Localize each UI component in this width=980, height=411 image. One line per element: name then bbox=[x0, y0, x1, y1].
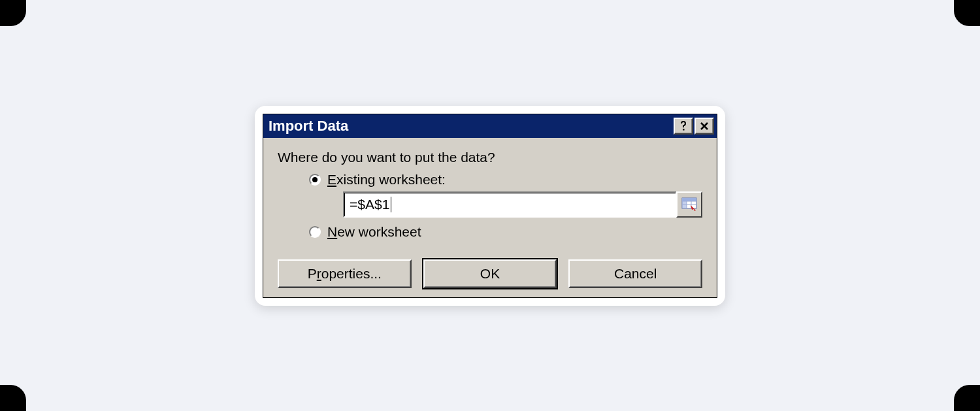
button-row: Properties... OK Cancel bbox=[278, 259, 702, 288]
dialog-frame: Import Data Where do you want to put the… bbox=[255, 106, 725, 306]
properties-button[interactable]: Properties... bbox=[278, 259, 412, 288]
close-icon bbox=[700, 122, 709, 131]
prompt-text: Where do you want to put the data? bbox=[278, 150, 702, 165]
text-cursor bbox=[391, 197, 391, 212]
radio-label: Existing worksheet: bbox=[327, 172, 446, 188]
cell-reference-value: =$A$1 bbox=[350, 197, 389, 212]
close-button[interactable] bbox=[694, 118, 714, 135]
titlebar[interactable]: Import Data bbox=[263, 114, 717, 138]
radio-label: New worksheet bbox=[327, 224, 421, 240]
help-icon bbox=[679, 120, 688, 132]
spreadsheet-range-icon bbox=[681, 197, 697, 212]
ok-button[interactable]: OK bbox=[423, 259, 557, 288]
cancel-button[interactable]: Cancel bbox=[568, 259, 702, 288]
radio-existing-worksheet[interactable]: Existing worksheet: bbox=[309, 172, 702, 188]
dialog-body: Where do you want to put the data? Exist… bbox=[263, 138, 717, 297]
collapse-dialog-button[interactable] bbox=[676, 191, 702, 218]
cell-reference-row: =$A$1 bbox=[343, 191, 702, 218]
radio-icon bbox=[309, 226, 321, 238]
svg-rect-0 bbox=[683, 129, 685, 131]
dialog-title: Import Data bbox=[269, 118, 672, 135]
help-button[interactable] bbox=[674, 118, 693, 135]
cell-reference-input[interactable]: =$A$1 bbox=[343, 191, 677, 218]
radio-icon bbox=[309, 174, 321, 186]
svg-rect-7 bbox=[682, 198, 687, 208]
import-data-dialog: Import Data Where do you want to put the… bbox=[263, 114, 717, 298]
radio-new-worksheet[interactable]: New worksheet bbox=[309, 224, 702, 240]
